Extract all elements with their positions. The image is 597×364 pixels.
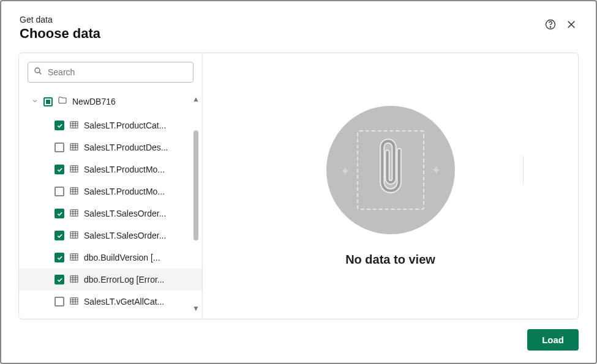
table-checkbox[interactable] [54, 209, 64, 218]
dialog-footer: Load [1, 319, 596, 363]
table-icon [69, 252, 79, 264]
svg-point-2 [35, 68, 40, 73]
svg-rect-5 [70, 165, 78, 172]
header-titles: Get data Choose data [20, 15, 100, 42]
table-icon [69, 120, 79, 132]
header-title: Choose data [20, 26, 100, 42]
table-label: SalesLT.SalesOrder... [84, 231, 166, 240]
header-subtitle: Get data [20, 15, 100, 24]
preview-panel: ✦ ✦ No data to view [203, 53, 578, 319]
table-item[interactable]: SalesLT.ProductDes... [19, 136, 202, 158]
table-icon [69, 274, 79, 286]
table-icon [69, 164, 79, 176]
header-actions [544, 18, 577, 31]
table-checkbox[interactable] [54, 297, 64, 306]
db-tristate-checkbox[interactable] [43, 97, 53, 106]
table-checkbox[interactable] [54, 121, 64, 130]
table-item[interactable]: SalesLT.ProductMo... [19, 158, 202, 180]
dialog-body: NewDB716 SalesLT.ProductCat...SalesLT.Pr… [18, 53, 579, 319]
svg-point-1 [550, 27, 550, 28]
table-icon [69, 296, 79, 308]
table-item[interactable]: SalesLT.SalesOrder... [19, 202, 202, 225]
table-checkbox[interactable] [54, 165, 64, 174]
navigator-panel: NewDB716 SalesLT.ProductCat...SalesLT.Pr… [19, 53, 203, 319]
search-icon [33, 66, 43, 78]
svg-rect-10 [70, 275, 78, 282]
scrollbar-track[interactable] [193, 130, 198, 313]
choose-data-dialog: Get data Choose data [0, 0, 597, 364]
table-item[interactable]: SalesLT.ProductMo... [19, 180, 202, 202]
table-checkbox[interactable] [54, 143, 64, 152]
table-checkbox[interactable] [54, 275, 64, 284]
database-node[interactable]: NewDB716 [19, 94, 202, 110]
table-icon [69, 230, 79, 242]
table-item[interactable]: SalesLT.ProductCat... [19, 114, 202, 136]
table-label: SalesLT.ProductDes... [84, 143, 168, 152]
table-icon [69, 142, 79, 154]
search-box[interactable] [28, 62, 193, 83]
table-label: SalesLT.SalesOrder... [84, 209, 166, 218]
sparkle-icon: ✦ [431, 163, 441, 177]
table-checkbox[interactable] [54, 187, 64, 196]
table-label: dbo.BuildVersion [... [84, 253, 160, 262]
table-label: SalesLT.ProductMo... [84, 165, 165, 174]
scrollbar-thumb[interactable] [193, 130, 198, 240]
table-checkbox[interactable] [54, 253, 64, 262]
svg-rect-9 [70, 253, 78, 260]
tree-items: SalesLT.ProductCat...SalesLT.ProductDes.… [19, 114, 202, 313]
table-item[interactable]: SalesLT.SalesOrder... [19, 225, 202, 247]
scroll-up-arrow[interactable]: ▲ [192, 95, 200, 103]
paperclip-icon [372, 135, 410, 205]
table-label: SalesLT.ProductMo... [84, 187, 165, 196]
close-icon[interactable] [565, 18, 577, 31]
empty-state-graphic: ✦ ✦ [326, 106, 455, 234]
table-icon [69, 208, 79, 220]
table-icon [69, 186, 79, 198]
table-item[interactable]: SalesLT.vGetAllCat... [19, 291, 202, 313]
search-wrap [19, 62, 202, 83]
table-checkbox[interactable] [54, 231, 64, 240]
svg-rect-11 [70, 297, 78, 304]
chevron-down-icon[interactable] [31, 96, 39, 107]
scroll-down-arrow[interactable]: ▼ [192, 304, 200, 313]
database-name: NewDB716 [72, 97, 116, 106]
table-label: SalesLT.vGetAllCat... [84, 297, 164, 306]
help-icon[interactable] [544, 18, 557, 31]
table-label: SalesLT.ProductCat... [84, 121, 166, 130]
empty-state-text: No data to view [345, 253, 435, 267]
svg-rect-3 [70, 121, 78, 128]
svg-rect-6 [70, 187, 78, 194]
search-input[interactable] [48, 67, 188, 77]
table-item[interactable]: dbo.ErrorLog [Error... [19, 269, 202, 291]
object-tree: NewDB716 SalesLT.ProductCat...SalesLT.Pr… [19, 94, 202, 313]
svg-rect-7 [70, 209, 78, 216]
dialog-header: Get data Choose data [1, 1, 596, 48]
table-item[interactable]: dbo.BuildVersion [... [19, 247, 202, 269]
table-label: dbo.ErrorLog [Error... [84, 275, 165, 284]
svg-rect-4 [70, 143, 78, 150]
folder-icon [58, 95, 67, 108]
load-button[interactable]: Load [527, 329, 579, 351]
svg-rect-8 [70, 231, 78, 238]
